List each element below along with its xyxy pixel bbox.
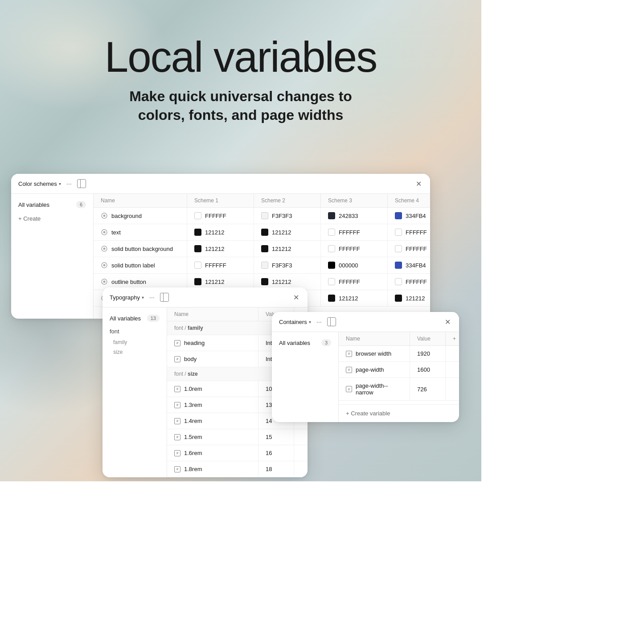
typography-layout-icon[interactable] — [160, 293, 169, 302]
color-table-row: solid button label FFFFFF F3F3F3 000000 … — [94, 257, 430, 274]
typography-close-icon[interactable]: ✕ — [291, 293, 300, 302]
cont-all-variables[interactable]: All variables 3 — [272, 336, 338, 350]
color-cell[interactable]: FFFFFF — [187, 208, 254, 224]
all-variables-item[interactable]: All variables 6 — [11, 197, 93, 212]
cont-value-cell[interactable]: 1600 — [410, 362, 446, 377]
color-value: FFFFFF — [406, 229, 427, 236]
col-scheme2: Scheme 2 — [254, 194, 321, 207]
cont-all-variables-count: 3 — [321, 339, 331, 346]
color-cell[interactable]: 242833 — [321, 208, 388, 224]
cont-name-cell: # page-width — [339, 362, 410, 377]
color-cell[interactable]: FFFFFF — [321, 274, 388, 290]
variable-name: solid button background — [111, 246, 173, 252]
color-swatch — [194, 278, 201, 285]
color-cell[interactable]: FFFFFF — [388, 224, 430, 240]
containers-panel-title-dropdown[interactable]: Containers ▾ — [279, 319, 311, 325]
close-icon[interactable]: ✕ — [414, 179, 423, 188]
color-cell[interactable]: 000000 — [321, 257, 388, 273]
variable-icon — [101, 262, 108, 269]
typo-empty-cell — [294, 429, 308, 445]
color-value: 121212 — [406, 295, 425, 302]
number-icon: # — [346, 351, 352, 357]
layout-icon[interactable] — [77, 179, 86, 188]
typography-more-icon[interactable]: ··· — [148, 293, 156, 302]
typo-item-name: 1.6rem — [184, 450, 202, 456]
containers-more-icon[interactable]: ··· — [315, 317, 324, 326]
color-cell[interactable]: 121212 — [187, 241, 254, 257]
typo-all-variables[interactable]: All variables 13 — [103, 311, 167, 325]
color-cell[interactable]: 334FB4 — [388, 257, 430, 273]
typo-group-font[interactable]: font — [103, 325, 167, 337]
color-value: 121212 — [205, 229, 224, 236]
cont-table-row: # browser width 1920 — [339, 346, 459, 362]
cont-value-cell[interactable]: 726 — [410, 378, 446, 400]
color-value: FFFFFF — [339, 279, 360, 285]
cont-table-row: # page-width--narrow 726 — [339, 378, 459, 401]
cont-item-name: page-width — [356, 366, 384, 373]
containers-table-rows: # browser width 1920 # page-width 1600 #… — [339, 346, 459, 401]
number-icon: # — [174, 402, 180, 408]
cont-item-value: 726 — [417, 386, 427, 393]
typo-group-name: size — [188, 371, 198, 377]
typo-name-cell: # body — [167, 351, 258, 367]
color-swatch — [194, 262, 201, 269]
color-cell[interactable]: 121212 — [254, 241, 321, 257]
color-panel-title-dropdown[interactable]: Color schemes ▾ — [18, 180, 61, 187]
typo-value-cell[interactable]: 15 — [258, 429, 294, 445]
number-icon: # — [174, 386, 180, 392]
typography-sidebar: All variables 13 font family size — [103, 308, 167, 477]
typo-all-variables-label: All variables — [110, 315, 141, 322]
var-name-cell: solid button label — [94, 257, 187, 273]
typo-table-row: # 1.6rem 16 — [167, 445, 308, 461]
typo-col-name: Name — [167, 308, 258, 321]
containers-close-icon[interactable]: ✕ — [443, 317, 452, 326]
color-swatch — [261, 262, 268, 269]
color-cell[interactable]: 121212 — [187, 224, 254, 240]
number-icon: # — [174, 450, 180, 456]
cont-table-header: Name Value + — [339, 332, 459, 346]
create-variable-button[interactable]: + Create — [11, 212, 93, 226]
color-cell[interactable]: 121212 — [254, 224, 321, 240]
cont-value-cell[interactable]: 1920 — [410, 346, 446, 361]
cont-col-add[interactable]: + — [446, 332, 459, 345]
cont-item-name: browser width — [356, 350, 391, 357]
cont-create-variable-button[interactable]: + Create variable — [339, 404, 459, 422]
more-options-icon[interactable]: ··· — [65, 179, 74, 188]
typo-item-value: 13 — [266, 402, 272, 408]
typo-item-value: 18 — [266, 466, 272, 472]
color-cell[interactable]: FFFFFF — [321, 224, 388, 240]
color-cell[interactable]: 121212 — [321, 290, 388, 306]
cont-name-cell: # page-width--narrow — [339, 378, 410, 400]
typo-value-cell[interactable]: 16 — [258, 445, 294, 461]
typo-table-row: # 1.8rem 18 — [167, 461, 308, 477]
all-variables-count: 6 — [76, 201, 86, 208]
col-scheme3: Scheme 3 — [321, 194, 388, 207]
color-cell[interactable]: 334FB4 — [388, 208, 430, 224]
color-swatch — [328, 278, 335, 285]
color-swatch — [395, 278, 402, 285]
typo-sub-size[interactable]: size — [103, 347, 167, 357]
color-cell[interactable]: 121212 — [388, 290, 430, 306]
chevron-down-icon-typo: ▾ — [142, 295, 144, 300]
color-swatch — [395, 262, 402, 269]
typo-value-cell[interactable]: 18 — [258, 461, 294, 477]
var-name-cell: solid button background — [94, 241, 187, 257]
color-cell[interactable]: FFFFFF — [388, 241, 430, 257]
color-cell[interactable]: FFFFFF — [187, 257, 254, 273]
containers-layout-icon[interactable] — [327, 317, 336, 326]
svg-point-9 — [103, 281, 106, 283]
hero-section: Local variables Make quick universal cha… — [0, 36, 481, 124]
hero-subtitle: Make quick universal changes tocolors, f… — [0, 87, 481, 124]
color-swatch — [194, 245, 201, 252]
color-cell[interactable]: FFFFFF — [388, 274, 430, 290]
col-scheme4: Scheme 4 — [388, 194, 430, 207]
typography-panel-title-dropdown[interactable]: Typography ▾ — [110, 294, 144, 301]
variable-icon — [101, 245, 108, 252]
color-cell[interactable]: F3F3F3 — [254, 208, 321, 224]
color-cell[interactable]: F3F3F3 — [254, 257, 321, 273]
color-swatch — [395, 212, 402, 219]
cont-col-name: Name — [339, 332, 410, 345]
typo-sub-family[interactable]: family — [103, 337, 167, 347]
color-cell[interactable]: FFFFFF — [321, 241, 388, 257]
typo-item-name: 1.8rem — [184, 466, 202, 472]
